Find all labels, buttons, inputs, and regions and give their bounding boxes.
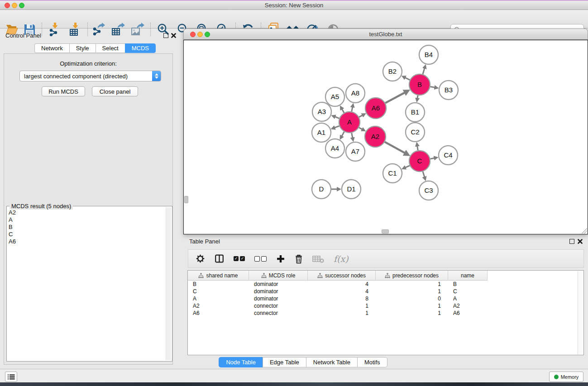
vertical-scrollbar-thumb[interactable] [184,196,188,203]
table-row-A2[interactable]: A2connector11A2 [188,302,583,310]
control-panel-header: Control Panel [0,29,177,41]
table-close-panel-icon[interactable] [578,239,583,244]
cell: B [448,281,488,288]
float-panel-icon[interactable] [163,33,168,38]
cell: 8 [308,295,376,302]
resize-grip[interactable] [582,228,587,234]
add-column-icon[interactable] [276,254,285,263]
graph-edge-A-A1[interactable] [335,126,339,128]
cell: A2 [188,302,249,310]
graph-edge-A-A3[interactable] [335,117,339,119]
graph-edge-A-A2[interactable] [359,128,362,129]
cell: dominator [249,288,308,295]
attribute-tree-icon [261,273,267,278]
network-window-title: testGlobe.txt [184,29,588,40]
graph-node-label-A2: A2 [371,133,379,140]
graph-edge-A-A7[interactable] [352,133,353,138]
graph-edge-C-C4[interactable] [430,158,435,159]
network-canvas[interactable]: B4B2BB3A8A5A6A3B1AC2A1A2A4A7C4CC1DD1C3 [183,40,588,234]
table-row-C[interactable]: Cdominator41C [188,288,583,295]
cell: dominator [249,281,308,288]
cell: 1 [308,302,376,310]
column-header-MCDS-role[interactable]: MCDS role [249,271,308,281]
network-graph[interactable]: B4B2BB3A8A5A6A3B1AC2A1A2A4A7C4CC1DD1C3 [184,40,588,234]
network-window: testGlobe.txt B4B2BB3A8A5A6A3B1AC2A1A2A4… [183,29,588,234]
desktop-background [0,382,588,386]
cell: A2 [448,302,488,310]
graph-node-label-B1: B1 [411,108,419,116]
mcds-result-box: MCDS result (5 nodes) A2ABCA6 [6,206,172,362]
column-header-successor-nodes[interactable]: successor nodes [308,271,376,281]
graph-edge-A2-C[interactable] [385,142,405,153]
network-minimize-button[interactable] [197,32,203,37]
table-row-A6[interactable]: A6connector11A6 [188,310,583,317]
column-header-label: shared name [206,272,238,279]
mcds-result-item[interactable]: C [9,231,164,238]
tab-node-table[interactable]: Node Table [219,357,263,367]
run-mcds-button[interactable]: Run MCDS [42,86,85,96]
select-all-checkboxes-icon[interactable]: ✓✓ [234,256,245,261]
column-header-shared-name[interactable]: shared name [188,271,249,281]
column-header-label: predecessor nodes [392,272,439,279]
cell: 1 [376,281,448,288]
result-scrollbar[interactable] [166,207,171,360]
table-float-panel-icon[interactable] [569,239,574,244]
graph-edge-B-B3[interactable] [430,86,435,87]
tab-motifs[interactable]: Motifs [357,357,387,367]
table-options-gear-icon[interactable] [196,254,205,263]
horizontal-scrollbar-thumb[interactable] [382,229,389,234]
maximize-window-button[interactable] [19,3,24,8]
column-header-predecessor-nodes[interactable]: predecessor nodes [376,271,448,281]
graph-edge-A-A5[interactable] [342,109,344,113]
tab-mcds[interactable]: MCDS [125,43,156,53]
tab-edge-table[interactable]: Edge Table [263,357,306,367]
mcds-result-item[interactable]: A [9,216,164,224]
close-panel-icon[interactable] [171,33,176,38]
tab-style[interactable]: Style [69,43,96,53]
node-table: shared nameMCDS rolesuccessor nodesprede… [187,270,584,355]
delete-column-icon[interactable] [295,254,303,264]
table-row-B[interactable]: Bdominator41B [188,281,583,288]
graph-node-label-A: A [347,118,352,126]
graph-edge-A-A6[interactable] [359,115,363,117]
deselect-all-checkboxes-icon[interactable] [254,256,267,262]
memory-button[interactable]: Memory [549,372,583,382]
graph-node-label-A4: A4 [331,144,339,152]
graph-edge-A-A4[interactable] [342,132,344,136]
mcds-result-item[interactable]: B [9,224,164,231]
graph-edge-C-C1[interactable] [405,166,410,167]
attribute-tree-icon [385,273,390,278]
table-header-row: shared nameMCDS rolesuccessor nodesprede… [188,271,583,281]
status-bar [0,369,588,382]
close-panel-button[interactable]: Close panel [92,86,138,96]
table-row-A[interactable]: Adominator80A [188,295,583,302]
graph-edge-C-C2[interactable] [417,146,418,151]
graph-node-label-B3: B3 [445,86,453,94]
minimize-window-button[interactable] [12,3,17,8]
graph-edge-B-B4[interactable] [423,68,425,74]
cell: 0 [376,295,448,302]
network-maximize-button[interactable] [205,32,210,37]
task-history-button[interactable] [5,372,17,382]
table-vertical-scrollbar[interactable] [578,271,583,354]
main-toolbar [0,10,588,29]
tab-select[interactable]: Select [96,43,125,53]
graph-edge-A6-B[interactable] [385,92,405,103]
graph-edge-B-B2[interactable] [405,77,410,80]
table-panel-title: Table Panel [189,238,220,245]
mcds-result-item[interactable]: A6 [9,238,164,245]
network-close-button[interactable] [190,32,196,37]
cell: 1 [376,302,448,310]
graph-edge-B-B1[interactable] [417,95,418,99]
cell: 4 [308,288,376,295]
show-column-icon[interactable] [215,254,224,263]
tab-network-table[interactable]: Network Table [306,357,357,367]
close-window-button[interactable] [5,3,10,8]
graph-edge-A-A8[interactable] [352,107,353,111]
criterion-select[interactable]: largest connected component (directed) [19,71,161,81]
column-header-name[interactable]: name [448,271,488,281]
tab-network[interactable]: Network [34,43,69,53]
mcds-result-item[interactable]: A2 [9,209,164,216]
cell: A6 [448,310,488,317]
graph-edge-C-C3[interactable] [423,172,425,177]
